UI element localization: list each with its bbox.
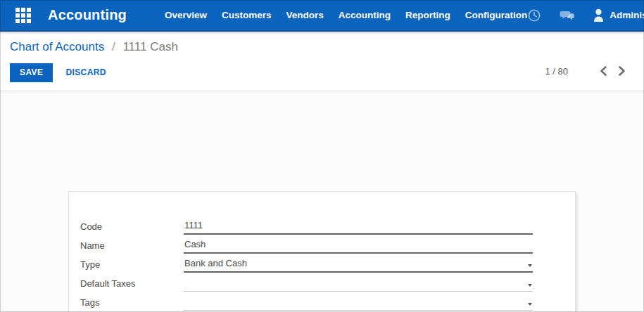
- dropdown-caret-icon: [528, 284, 532, 287]
- name-input[interactable]: Cash: [184, 238, 533, 254]
- name-value: Cash: [184, 239, 206, 252]
- user-name-label: Administrator: [610, 10, 644, 20]
- nav-item-vendors[interactable]: Vendors: [286, 10, 324, 20]
- dropdown-caret-icon: [528, 303, 532, 306]
- user-menu[interactable]: Administrator: [593, 8, 644, 22]
- control-panel: Chart of Accounts / 1111 Cash SAVE DISCA…: [0, 32, 644, 91]
- type-input[interactable]: Bank and Cash: [184, 257, 533, 273]
- type-label: Type: [80, 259, 184, 270]
- tags-input[interactable]: [184, 295, 533, 311]
- action-buttons: SAVE DISCARD: [10, 63, 109, 82]
- breadcrumb-current: 1111 Cash: [122, 40, 177, 53]
- user-avatar-icon: [593, 8, 604, 22]
- pager-previous-button[interactable]: [599, 65, 608, 77]
- field-row-type: TypeBank and Cash: [80, 255, 533, 274]
- activities-clock-icon[interactable]: [527, 8, 541, 22]
- breadcrumb-parent-link[interactable]: Chart of Accounts: [10, 40, 104, 53]
- field-row-default-taxes: Default Taxes: [80, 274, 533, 293]
- record-pager: 1 / 80: [545, 65, 626, 77]
- nav-item-overview[interactable]: Overview: [165, 10, 207, 20]
- code-input[interactable]: 1111: [184, 219, 533, 235]
- default-taxes-input[interactable]: [184, 276, 533, 292]
- navbar-menu: OverviewCustomersVendorsAccountingReport…: [165, 10, 527, 20]
- discard-button[interactable]: DISCARD: [63, 63, 108, 82]
- code-value: 1111: [184, 220, 203, 233]
- form-sheet: Code1111NameCashTypeBank and CashDefault…: [68, 191, 576, 312]
- breadcrumb: Chart of Accounts / 1111 Cash: [10, 40, 178, 54]
- nav-item-reporting[interactable]: Reporting: [405, 10, 450, 20]
- nav-item-customers[interactable]: Customers: [222, 10, 272, 20]
- form-fields: Code1111NameCashTypeBank and CashDefault…: [80, 217, 533, 312]
- field-row-name: NameCash: [80, 236, 533, 255]
- apps-grid-icon[interactable]: [15, 8, 32, 23]
- pager-counter: 1 / 80: [545, 66, 568, 77]
- app-brand-title: Accounting: [48, 7, 127, 23]
- pager-next-button[interactable]: [617, 65, 626, 77]
- field-row-tags: Tags: [80, 293, 533, 312]
- messages-chat-icon[interactable]: [560, 8, 575, 22]
- name-label: Name: [80, 240, 184, 251]
- type-value: Bank and Cash: [184, 258, 247, 271]
- field-row-code: Code1111: [80, 217, 533, 236]
- tags-value: [184, 297, 184, 310]
- breadcrumb-separator: /: [112, 40, 115, 53]
- nav-item-configuration[interactable]: Configuration: [465, 10, 527, 20]
- form-view-background: Code1111NameCashTypeBank and CashDefault…: [0, 92, 644, 312]
- default-taxes-label: Default Taxes: [80, 278, 184, 289]
- tags-label: Tags: [80, 297, 184, 308]
- dropdown-caret-icon: [528, 264, 532, 267]
- top-navbar: Accounting OverviewCustomersVendorsAccou…: [0, 0, 644, 32]
- chevron-left-icon: [599, 65, 608, 77]
- save-button[interactable]: SAVE: [10, 63, 53, 82]
- navbar-right: Administrator: [527, 8, 644, 22]
- default-taxes-value: [184, 278, 184, 291]
- chevron-right-icon: [617, 65, 626, 77]
- code-label: Code: [80, 221, 184, 232]
- nav-item-accounting[interactable]: Accounting: [339, 10, 391, 20]
